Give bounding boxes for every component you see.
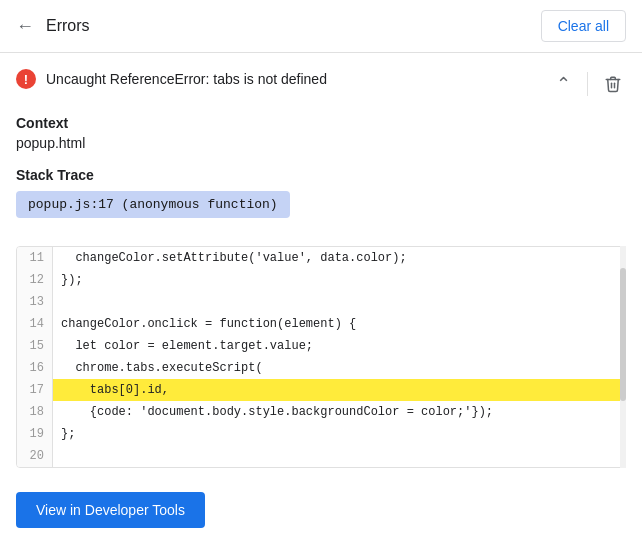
stack-trace-label: Stack Trace <box>16 167 626 183</box>
code-line-14: 14changeColor.onclick = function(element… <box>17 313 625 335</box>
code-block-wrapper: 11 changeColor.setAttribute('value', dat… <box>16 246 626 468</box>
code-line-11: 11 changeColor.setAttribute('value', dat… <box>17 247 625 269</box>
code-line-19: 19}; <box>17 423 625 445</box>
code-line-20: 20 <box>17 445 625 467</box>
back-arrow[interactable]: ← <box>16 16 34 37</box>
error-row: ! Uncaught ReferenceError: tabs is not d… <box>16 69 626 99</box>
header: ← Errors Clear all <box>0 0 642 53</box>
page-title: Errors <box>46 17 90 35</box>
stack-trace-section: Stack Trace popup.js:17 (anonymous funct… <box>16 167 626 234</box>
error-message: Uncaught ReferenceError: tabs is not def… <box>46 71 327 87</box>
code-line-13: 13 <box>17 291 625 313</box>
scrollbar-thumb <box>620 268 626 401</box>
view-devtools-button[interactable]: View in Developer Tools <box>16 492 205 528</box>
scrollbar-track[interactable] <box>620 246 626 468</box>
clear-all-button[interactable]: Clear all <box>541 10 626 42</box>
error-icon: ! <box>16 69 36 89</box>
code-line-16: 16 chrome.tabs.executeScript( <box>17 357 625 379</box>
code-line-12: 12}); <box>17 269 625 291</box>
delete-button[interactable] <box>600 71 626 97</box>
code-line-18: 18 {code: 'document.body.style.backgroun… <box>17 401 625 423</box>
context-label: Context <box>16 115 626 131</box>
context-value: popup.html <box>16 135 626 151</box>
context-section: Context popup.html <box>16 115 626 151</box>
stack-trace-pill: popup.js:17 (anonymous function) <box>16 191 290 218</box>
code-line-17: 17 tabs[0].id, <box>17 379 625 401</box>
code-block: 11 changeColor.setAttribute('value', dat… <box>16 246 626 468</box>
trash-icon <box>604 75 622 93</box>
collapse-button[interactable]: ⌃ <box>552 69 575 99</box>
code-line-15: 15 let color = element.target.value; <box>17 335 625 357</box>
